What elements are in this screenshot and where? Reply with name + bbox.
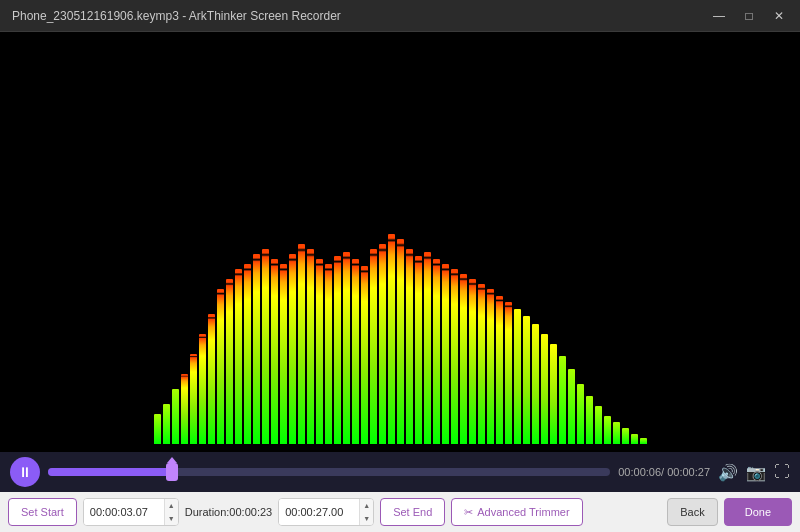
waveform-bar — [217, 289, 224, 444]
waveform-bar — [631, 434, 638, 444]
waveform-bar — [226, 279, 233, 444]
progress-handle[interactable] — [166, 463, 178, 481]
pause-button[interactable]: ⏸ — [10, 457, 40, 487]
waveform-bar — [316, 259, 323, 444]
waveform-area — [0, 32, 800, 452]
progress-track[interactable] — [48, 468, 610, 476]
waveform-bar — [289, 254, 296, 444]
time-display: 00:00:06/ 00:00:27 — [618, 466, 710, 478]
waveform-bar — [595, 406, 602, 444]
waveform-bar — [442, 264, 449, 444]
waveform-bar — [397, 239, 404, 444]
waveform-bar — [424, 252, 431, 444]
waveform-bar — [334, 256, 341, 444]
waveform-bar — [613, 422, 620, 444]
volume-button[interactable]: 🔊 — [718, 463, 738, 482]
waveform-bar — [496, 296, 503, 444]
controls-bar: ⏸ 00:00:06/ 00:00:27 🔊 📷 ⛶ — [0, 452, 800, 492]
waveform-bar — [172, 389, 179, 444]
back-button[interactable]: Back — [667, 498, 717, 526]
waveform-bar — [253, 254, 260, 444]
waveform-bar — [640, 438, 647, 444]
waveform-bar — [460, 274, 467, 444]
waveform-bar — [469, 279, 476, 444]
waveform-bar — [478, 284, 485, 444]
camera-icon: 📷 — [746, 463, 766, 482]
volume-icon: 🔊 — [718, 463, 738, 482]
fullscreen-button[interactable]: ⛶ — [774, 463, 790, 481]
fullscreen-icon: ⛶ — [774, 463, 790, 481]
close-button[interactable]: ✕ — [766, 6, 792, 26]
end-time-up[interactable]: ▲ — [360, 499, 373, 512]
waveform-bar — [244, 264, 251, 444]
end-time-input-group[interactable]: ▲ ▼ — [278, 498, 374, 526]
titlebar: Phone_230512161906.keymp3 - ArkThinker S… — [0, 0, 800, 32]
waveform-bar — [487, 289, 494, 444]
end-time-spinners: ▲ ▼ — [359, 499, 373, 525]
waveform-bar — [523, 316, 530, 444]
waveform-bar — [388, 234, 395, 444]
waveform-bar — [280, 264, 287, 444]
waveform-bar — [370, 249, 377, 444]
waveform-bar — [208, 314, 215, 444]
waveform-bar — [532, 324, 539, 444]
minimize-button[interactable]: — — [706, 6, 732, 26]
waveform-bar — [262, 249, 269, 444]
window-title: Phone_230512161906.keymp3 - ArkThinker S… — [12, 9, 341, 23]
waveform-bar — [361, 266, 368, 444]
waveform-bar — [577, 384, 584, 444]
start-time-spinners: ▲ ▼ — [164, 499, 178, 525]
window-controls: — □ ✕ — [706, 6, 792, 26]
waveform-bar — [433, 259, 440, 444]
waveform-bar — [271, 259, 278, 444]
end-time-down[interactable]: ▼ — [360, 512, 373, 525]
waveform-bar — [307, 249, 314, 444]
bottom-toolbar: Set Start ▲ ▼ Duration:00:00:23 ▲ ▼ Set … — [0, 492, 800, 532]
waveform-bar — [298, 244, 305, 444]
start-time-up[interactable]: ▲ — [165, 499, 178, 512]
waveform-bar — [559, 356, 566, 444]
waveform-bar — [451, 269, 458, 444]
waveform-bar — [622, 428, 629, 444]
set-start-button[interactable]: Set Start — [8, 498, 77, 526]
start-time-input-group[interactable]: ▲ ▼ — [83, 498, 179, 526]
end-time-input[interactable] — [279, 499, 359, 525]
maximize-button[interactable]: □ — [736, 6, 762, 26]
waveform-bar — [604, 416, 611, 444]
set-end-button[interactable]: Set End — [380, 498, 445, 526]
start-time-down[interactable]: ▼ — [165, 512, 178, 525]
progress-fill — [48, 468, 172, 476]
start-time-input[interactable] — [84, 499, 164, 525]
advanced-trimmer-button[interactable]: ✂ Advanced Trimmer — [451, 498, 582, 526]
done-button[interactable]: Done — [724, 498, 792, 526]
duration-label: Duration:00:00:23 — [185, 506, 272, 518]
waveform-bar — [541, 334, 548, 444]
waveform-bar — [352, 259, 359, 444]
waveform-bar — [505, 302, 512, 444]
waveform-bar — [568, 369, 575, 444]
waveform-bar — [163, 404, 170, 444]
waveform-bar — [154, 414, 161, 444]
pause-icon: ⏸ — [18, 464, 32, 480]
camera-button[interactable]: 📷 — [746, 463, 766, 482]
waveform-bar — [550, 344, 557, 444]
waveform-bar — [379, 244, 386, 444]
waveform-bar — [325, 264, 332, 444]
waveform-bar — [181, 374, 188, 444]
waveform-bar — [406, 249, 413, 444]
waveform-bar — [586, 396, 593, 444]
waveform-bar — [190, 354, 197, 444]
scissors-icon: ✂ — [464, 506, 473, 519]
waveform-bar — [235, 269, 242, 444]
waveform-bar — [199, 334, 206, 444]
waveform-bar — [415, 256, 422, 444]
waveform-bar — [514, 309, 521, 444]
waveform-bar — [343, 252, 350, 444]
waveform-visualizer — [0, 32, 800, 452]
